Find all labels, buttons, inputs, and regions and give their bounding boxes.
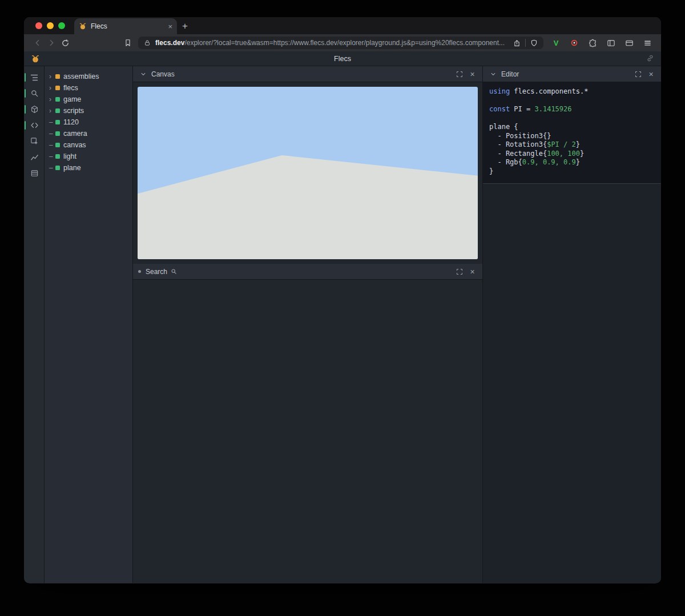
extension-record-button[interactable] xyxy=(567,36,581,50)
tree-item-label: assemblies xyxy=(60,73,99,80)
3d-scene xyxy=(138,87,478,259)
puzzle-icon xyxy=(589,39,597,47)
expand-chevron-icon[interactable]: › xyxy=(49,107,55,114)
code-editor[interactable]: using flecs.components.* const PI = 3.14… xyxy=(483,82,661,184)
code-line: plane { xyxy=(489,123,655,132)
tree-item-label: game xyxy=(60,95,81,103)
page-title: Flecs xyxy=(334,55,351,63)
entity-color-swatch xyxy=(55,131,60,136)
sidebar-icon xyxy=(607,39,615,47)
editor-expand-button[interactable] xyxy=(633,69,643,79)
tree-item-scripts[interactable]: ›scripts xyxy=(45,105,132,116)
code-line: - Rgb{0.9, 0.9, 0.9} xyxy=(489,158,655,167)
card-icon xyxy=(625,39,634,47)
share-icon xyxy=(513,39,521,47)
status-dot-icon xyxy=(138,270,141,273)
sidebar-item-script-code[interactable] xyxy=(24,118,45,133)
bookmark-button[interactable] xyxy=(121,36,135,50)
editor-close-button[interactable]: × xyxy=(646,69,656,79)
extension-v-button[interactable]: V xyxy=(549,36,563,50)
panel-header-search: Search × xyxy=(133,264,482,280)
chevron-down-icon xyxy=(490,71,496,77)
icon-sidebar xyxy=(24,66,45,583)
tab-strip: Flecs × + xyxy=(24,17,661,34)
site-info-button[interactable] xyxy=(144,39,151,46)
sidebar-item-inspect[interactable] xyxy=(24,134,45,149)
url-domain: flecs.dev xyxy=(155,39,184,47)
leaf-dash-icon: – xyxy=(49,153,55,160)
entity-color-swatch xyxy=(55,86,60,90)
tree-item-canvas[interactable]: –canvas xyxy=(45,139,132,151)
expand-chevron-icon[interactable]: › xyxy=(49,84,55,91)
zoom-window-button[interactable] xyxy=(58,22,65,29)
tab-close-icon[interactable]: × xyxy=(168,22,172,31)
tree-item-camera[interactable]: –camera xyxy=(45,128,132,139)
code-line: } xyxy=(489,167,655,176)
code-line: const PI = 3.1415926 xyxy=(489,105,655,114)
share-button[interactable] xyxy=(513,39,521,47)
desktop-background: Flecs × + flecs.dev/ xyxy=(0,0,685,616)
stats-chart-icon xyxy=(30,153,39,162)
center-column: Canvas × xyxy=(133,66,483,583)
code-line: - Rectangle{100, 100} xyxy=(489,150,655,159)
record-circle-icon xyxy=(570,39,578,47)
tree-item-label: light xyxy=(60,152,76,160)
share-link-button[interactable] xyxy=(646,54,654,62)
new-tab-button[interactable]: + xyxy=(177,18,193,34)
editor-collapse-button[interactable] xyxy=(488,69,498,79)
sidebar-toggle-button[interactable] xyxy=(604,36,618,50)
toolbar-extensions-area: V xyxy=(549,36,654,50)
hamburger-icon xyxy=(643,39,652,47)
lock-icon xyxy=(144,39,151,46)
sidebar-item-statistics[interactable] xyxy=(24,150,45,165)
menu-button[interactable] xyxy=(640,36,654,50)
expand-chevron-icon[interactable]: › xyxy=(49,96,55,103)
back-button[interactable] xyxy=(31,36,45,50)
wallet-button[interactable] xyxy=(622,36,636,50)
reload-button[interactable] xyxy=(58,36,72,50)
forward-button[interactable] xyxy=(45,36,58,50)
sidebar-item-data-rows[interactable] xyxy=(24,166,45,181)
url-path: /explorer/?local=true&wasm=https://www.f… xyxy=(184,39,505,47)
v-extension-icon: V xyxy=(554,39,559,47)
entity-color-swatch xyxy=(55,74,60,79)
tree-item-game[interactable]: ›game xyxy=(45,94,132,105)
extensions-button[interactable] xyxy=(586,36,599,50)
search-icon xyxy=(30,89,39,98)
tree-item-flecs[interactable]: ›flecs xyxy=(45,82,132,94)
canvas-close-button[interactable]: × xyxy=(468,69,477,79)
sidebar-item-query-search[interactable] xyxy=(24,86,45,101)
url-bar[interactable]: flecs.dev/explorer/?local=true&wasm=http… xyxy=(138,37,543,49)
entity-color-swatch xyxy=(55,120,60,124)
search-close-button[interactable]: × xyxy=(468,267,477,276)
window-controls xyxy=(35,17,65,34)
brave-shields-button[interactable] xyxy=(530,39,538,47)
inspect-cursor-icon xyxy=(30,137,39,146)
flecs-favicon-icon xyxy=(79,22,87,30)
tree-item-light[interactable]: –light xyxy=(45,151,132,162)
canvas-panel-title: Canvas xyxy=(151,70,175,78)
browser-toolbar: flecs.dev/explorer/?local=true&wasm=http… xyxy=(24,34,661,51)
sidebar-item-entity-tree[interactable] xyxy=(24,70,45,85)
search-expand-button[interactable] xyxy=(454,267,464,276)
editor-column: Editor × using flecs.components.* const … xyxy=(483,66,661,583)
canvas-collapse-button[interactable] xyxy=(138,69,148,79)
tree-item-plane[interactable]: –plane xyxy=(45,162,132,174)
search-results-area xyxy=(133,280,482,583)
entity-color-swatch xyxy=(55,97,60,102)
tree-item-assemblies[interactable]: ›assemblies xyxy=(45,71,132,82)
close-window-button[interactable] xyxy=(35,22,42,29)
entity-tree-panel: ›assemblies›flecs›game›scripts–1120–came… xyxy=(45,66,133,583)
forward-icon xyxy=(47,39,55,47)
tree-item-label: plane xyxy=(60,164,81,172)
canvas-expand-button[interactable] xyxy=(454,69,464,79)
sidebar-item-package[interactable] xyxy=(24,102,45,117)
tree-item-1120[interactable]: –1120 xyxy=(45,116,132,128)
brave-shield-icon xyxy=(530,39,538,47)
canvas-body xyxy=(133,82,482,264)
expand-chevron-icon[interactable]: › xyxy=(49,73,55,80)
browser-window: Flecs × + flecs.dev/ xyxy=(24,17,661,583)
canvas-viewport[interactable] xyxy=(138,87,478,259)
browser-tab[interactable]: Flecs × xyxy=(74,18,177,34)
minimize-window-button[interactable] xyxy=(47,22,54,29)
